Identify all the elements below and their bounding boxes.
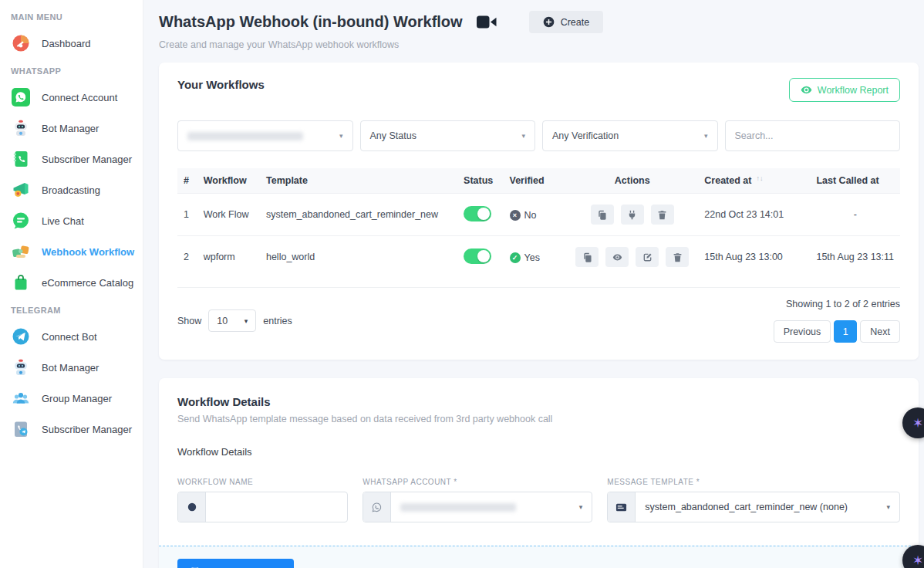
verification-filter-select[interactable]: Any Verification ▾ (542, 120, 718, 151)
chevron-down-icon: ▾ (704, 132, 708, 140)
search-input[interactable] (735, 130, 891, 141)
sidebar-section-whatsapp: WHATSAPP (0, 59, 143, 82)
row-template: hello_world (260, 236, 457, 279)
page-1-button[interactable]: 1 (834, 320, 857, 343)
row-created-at: 22nd Oct 23 14:01 (698, 194, 810, 236)
whatsapp-account-select[interactable]: ▾ (391, 492, 592, 522)
x-circle-icon: × (510, 210, 521, 221)
sidebar-item-connect-bot[interactable]: Connect Bot (0, 321, 143, 352)
whatsapp-account-label: WHATSAPP ACCOUNT * (363, 478, 592, 486)
page-size-select[interactable]: 10 ▾ (208, 309, 256, 332)
view-button[interactable] (605, 247, 629, 267)
col-actions[interactable]: Actions (566, 168, 698, 194)
page-header: WhatsApp Webhook (in-bound) Workflow Cre… (159, 11, 919, 33)
whatsapp-account-field: WHATSAPP ACCOUNT * ▾ (363, 478, 592, 522)
table-row: 2 wpform hello_world ✓Yes 15th Aug 23 13… (177, 236, 900, 279)
group-icon (11, 388, 31, 408)
sidebar-item-live-chat[interactable]: Live Chat (0, 205, 143, 236)
delete-button[interactable] (651, 205, 674, 225)
sidebar-item-label: Subscriber Manager (42, 424, 132, 435)
eye-icon (801, 84, 812, 96)
copy-button[interactable] (575, 247, 599, 267)
create-button[interactable]: Create (529, 11, 604, 33)
sidebar-item-label: Group Manager (42, 393, 112, 404)
plug-button[interactable] (621, 205, 644, 225)
workflow-name-input[interactable] (215, 502, 338, 512)
details-form-row: WORKFLOW NAME WHATSAPP ACCOUNT * (177, 478, 900, 522)
sidebar-item-subscriber-manager-telegram[interactable]: Subscriber Manager (0, 414, 143, 445)
col-workflow[interactable]: Workflow (197, 168, 260, 194)
row-workflow: Work Flow (197, 194, 260, 236)
sidebar-section-main-menu: MAIN MENU (0, 5, 143, 28)
sidebar-item-webhook-workflow[interactable]: Webhook Workflow (0, 236, 143, 267)
chevron-down-icon: ▾ (886, 503, 890, 511)
status-filter-value: Any Status (370, 130, 416, 141)
col-status[interactable]: Status (457, 168, 503, 194)
row-workflow: wpform (197, 236, 260, 279)
workflow-details-card: Workflow Details Send WhatsApp template … (159, 378, 919, 568)
page-title: WhatsApp Webhook (in-bound) Workflow (159, 13, 463, 31)
details-card-footer: Create Workflow (159, 546, 919, 568)
video-camera-icon[interactable] (477, 15, 497, 29)
row-last-called-at: 15th Aug 23 13:11 (810, 236, 900, 279)
sidebar-item-bot-manager-whatsapp[interactable]: Bot Manager (0, 113, 143, 144)
status-toggle[interactable] (464, 206, 491, 221)
col-created-at[interactable]: Created at↑↓ (698, 168, 810, 194)
sidebar-item-dashboard[interactable]: Dashboard (0, 28, 143, 59)
redacted-account-value (400, 503, 516, 512)
sidebar-item-connect-account[interactable]: Connect Account (0, 82, 143, 113)
whatsapp-icon (11, 87, 31, 107)
sidebar-item-label: Live Chat (42, 215, 84, 227)
row-template: system_abandoned_cart_reminder_new (260, 194, 457, 236)
message-template-select[interactable]: system_abandoned_cart_reminder_new (none… (636, 492, 899, 522)
sidebar-item-label: Bot Manager (42, 123, 99, 134)
sidebar-item-bot-manager-telegram[interactable]: Bot Manager (0, 352, 143, 383)
contacts-book-icon (11, 149, 31, 169)
chevron-down-icon: ▾ (579, 503, 583, 511)
create-workflow-button[interactable]: Create Workflow (177, 559, 294, 568)
plus-circle-icon (543, 16, 555, 28)
col-template[interactable]: Template (260, 168, 457, 194)
col-last-called-at[interactable]: Last Called at (810, 168, 900, 194)
col-num[interactable]: # (177, 168, 197, 194)
message-template-label: MESSAGE TEMPLATE * (607, 478, 900, 486)
workflows-card-title: Your Workflows (177, 78, 265, 91)
actions-group (572, 247, 692, 267)
account-filter-select[interactable]: ▾ (177, 120, 353, 151)
sparkle-icon: ✶ (912, 415, 923, 431)
details-card-subtitle: Send WhatsApp template message based on … (177, 414, 900, 424)
sidebar-item-ecommerce-catalog[interactable]: eCommerce Catalog (0, 267, 143, 298)
sidebar-item-label: Dashboard (42, 38, 91, 49)
message-template-value: system_abandoned_cart_reminder_new (none… (645, 502, 848, 512)
edit-button[interactable] (636, 247, 659, 267)
col-verified[interactable]: Verified (504, 168, 567, 194)
verified-label: Yes (524, 252, 540, 263)
sidebar: MAIN MENU Dashboard WHATSAPP Connect Acc… (0, 0, 143, 568)
verified-badge: ×No (510, 210, 537, 221)
robot-icon (11, 118, 31, 138)
row-num: 2 (177, 236, 197, 279)
details-card-title: Workflow Details (177, 395, 900, 408)
sidebar-item-broadcasting[interactable]: Broadcasting (0, 174, 143, 205)
delete-button[interactable] (666, 247, 689, 267)
megaphone-icon (11, 180, 31, 200)
copy-button[interactable] (591, 205, 614, 225)
chevron-down-icon: ▾ (244, 317, 248, 325)
shopping-bag-icon (11, 272, 31, 292)
row-num: 1 (177, 194, 197, 236)
workflow-report-button[interactable]: Workflow Report (789, 78, 900, 102)
sort-icon[interactable]: ↑↓ (756, 174, 763, 182)
workflow-report-label: Workflow Report (818, 85, 889, 96)
status-toggle[interactable] (464, 248, 491, 264)
sidebar-item-subscriber-manager-whatsapp[interactable]: Subscriber Manager (0, 144, 143, 174)
sidebar-item-label: Bot Manager (42, 362, 99, 374)
sparkle-icon: ✶ (912, 553, 923, 568)
sidebar-item-group-manager[interactable]: Group Manager (0, 383, 143, 414)
next-page-button[interactable]: Next (860, 320, 900, 343)
chevron-down-icon: ▾ (521, 132, 525, 140)
check-circle-icon: ✓ (510, 252, 521, 263)
message-template-field: MESSAGE TEMPLATE * system_abandoned_cart… (607, 478, 900, 522)
status-filter-select[interactable]: Any Status ▾ (360, 120, 536, 151)
previous-page-button[interactable]: Previous (774, 320, 831, 343)
verification-filter-value: Any Verification (552, 130, 619, 141)
